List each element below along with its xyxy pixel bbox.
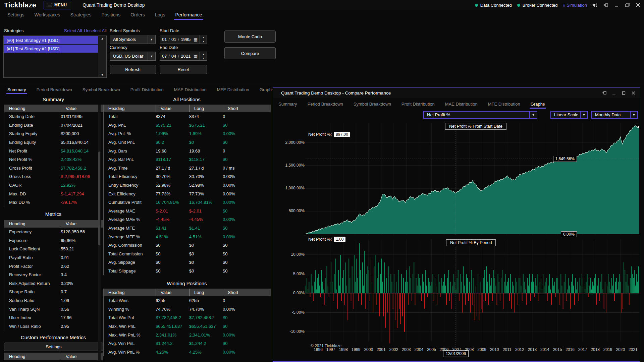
left-panel-scrollbar[interactable] xyxy=(98,105,101,361)
compare-button[interactable]: Compare xyxy=(224,47,276,59)
start-date-spinner[interactable]: ▲▼ xyxy=(200,35,207,44)
table-row: Total Wins625562550 xyxy=(104,296,271,305)
broker-connected-label: Broker Connected xyxy=(523,3,558,8)
main-tab-performance[interactable]: Performance xyxy=(175,11,202,20)
end-month[interactable]: 07 xyxy=(162,54,167,59)
compare-tab-graphs[interactable]: Graphs xyxy=(530,101,545,109)
scroll-down-icon[interactable]: ▼ xyxy=(98,72,106,77)
summary-table: HeadingValueStarting Date01/01/1995Endin… xyxy=(4,105,103,207)
end-year[interactable]: 2021 xyxy=(181,54,191,59)
compare-window-title-bar[interactable]: Quant Trading Demo Desktop - Compare Per… xyxy=(273,88,640,98)
metrics-table: HeadingValueExpectancy$128,350.56Exposur… xyxy=(4,220,103,330)
table-row: Avg. Bars19.6819.680 xyxy=(104,146,271,155)
compare-tab-mfe-distribution[interactable]: MFE Distribution xyxy=(488,101,521,109)
start-year[interactable]: 1995 xyxy=(181,37,191,42)
strategy-list-item[interactable]: [#1] Test Strategy #2 [USD] xyxy=(4,45,101,53)
status-area: Data Connected Broker Connected # Simula… xyxy=(475,3,644,8)
volume-icon[interactable] xyxy=(592,3,598,7)
spin-up-icon[interactable]: ▲ xyxy=(200,35,207,40)
series-dropdown[interactable]: Net Profit % ▼ xyxy=(423,111,537,119)
metrics-section-title: Metrics xyxy=(4,211,103,217)
table-row: Gross Profit$7,782,458.2 xyxy=(4,164,103,173)
start-month[interactable]: 01 xyxy=(162,37,167,42)
x-axis-tick-label: 1997 xyxy=(326,347,335,352)
report-tab-symbol-breakdown[interactable]: Symbol Breakdown xyxy=(82,86,120,94)
row-heading: Ending Date xyxy=(4,123,61,128)
report-tab-summary[interactable]: Summary xyxy=(7,86,26,94)
restore-button[interactable] xyxy=(625,3,630,7)
reset-button[interactable]: Reset xyxy=(160,65,207,74)
currency-dropdown[interactable]: USD, US Dollar ▼ xyxy=(110,52,156,61)
strategy-list-item[interactable]: [#0] Test Strategy #1 [USD] xyxy=(4,36,101,44)
row-value: $1,244.2 xyxy=(156,341,189,346)
column-header: Value xyxy=(61,353,103,360)
period-dropdown[interactable]: Monthly Data ▼ xyxy=(591,111,638,119)
end-day[interactable]: 04 xyxy=(171,54,176,59)
main-tab-positions[interactable]: Positions xyxy=(101,11,121,20)
report-tab-profit-distribution[interactable]: Profit Distribution xyxy=(130,86,164,94)
main-tab-orders[interactable]: Orders xyxy=(130,11,145,20)
row-value: 4.25% xyxy=(156,350,189,355)
strategies-scrollbar[interactable]: ▲ ▼ xyxy=(98,36,106,77)
row-value: 4.51% xyxy=(156,234,189,239)
row-heading: Avg. PnL xyxy=(104,123,156,128)
custom-metrics-settings-button[interactable]: Settings xyxy=(4,343,103,351)
period-returns-chart[interactable] xyxy=(306,239,639,349)
select-all-link[interactable]: Select All xyxy=(64,28,82,33)
row-value: $0 xyxy=(223,260,271,265)
row-value: 0.00% xyxy=(223,234,271,239)
spin-down-icon[interactable]: ▼ xyxy=(200,40,207,44)
strategies-listbox[interactable]: [#0] Test Strategy #1 [USD][#1] Test Str… xyxy=(3,36,107,78)
spin-up-icon[interactable]: ▲ xyxy=(200,52,207,56)
scale-dropdown[interactable]: Linear Scale ▼ xyxy=(550,111,588,119)
compare-tab-mae-distribution[interactable]: MAE Distribution xyxy=(445,101,478,109)
end-date-field[interactable]: 07/ 04/ 2021 ▦ xyxy=(160,52,200,61)
main-tab-strategies[interactable]: Strategies xyxy=(70,11,92,20)
row-value: $575.21 xyxy=(156,123,189,128)
row-value: 0 xyxy=(223,114,271,119)
report-tab-graphs[interactable]: Graphs xyxy=(259,86,274,94)
report-tab-mfe-distribution[interactable]: MFE Distribution xyxy=(217,86,250,94)
refresh-button[interactable]: Refresh xyxy=(110,65,156,74)
compare-tab-summary[interactable]: Summary xyxy=(278,101,298,109)
row-value: 0.00% xyxy=(223,174,271,179)
row-value: 27.1 / d xyxy=(189,166,223,171)
spin-down-icon[interactable]: ▼ xyxy=(200,56,207,61)
compare-tab-period-breakdown[interactable]: Period Breakdown xyxy=(307,101,343,109)
close-button[interactable] xyxy=(635,3,641,7)
equity-curve-chart[interactable] xyxy=(306,123,639,235)
report-tab-period-breakdown[interactable]: Period Breakdown xyxy=(36,86,72,94)
calendar-icon[interactable]: ▦ xyxy=(194,37,198,42)
unselect-all-link[interactable]: Unselect All xyxy=(84,28,107,33)
bottom-chart-legend: Net Profit %: 1.00 xyxy=(308,237,345,242)
close-button[interactable] xyxy=(631,90,636,95)
menu-button[interactable]: MENU xyxy=(44,1,71,9)
compare-tab-profit-distribution[interactable]: Profit Distribution xyxy=(401,101,435,109)
end-date-spinner[interactable]: ▲▼ xyxy=(200,52,207,61)
symbols-dropdown[interactable]: All Symbols ▼ xyxy=(110,35,156,44)
monte-carlo-button[interactable]: Monte Carlo xyxy=(224,31,276,43)
start-day[interactable]: 01 xyxy=(171,37,176,42)
row-heading: Average MFE % xyxy=(104,234,156,239)
table-row: Avg. PnL$575.21$575.21$0 xyxy=(104,121,271,130)
main-tab-settings[interactable]: Settings xyxy=(7,11,25,20)
compare-tab-symbol-breakdown[interactable]: Symbol Breakdown xyxy=(353,101,391,109)
start-date-field[interactable]: 01/ 01/ 1995 ▦ xyxy=(160,35,200,44)
minimize-button[interactable] xyxy=(614,3,619,7)
scroll-up-icon[interactable]: ▲ xyxy=(98,36,106,41)
maximize-button[interactable] xyxy=(621,90,626,95)
dock-icon[interactable] xyxy=(603,3,608,7)
float-icon[interactable] xyxy=(601,90,607,95)
calendar-icon[interactable]: ▦ xyxy=(194,54,198,59)
select-symbols-label: Select Symbols xyxy=(110,28,140,33)
table-row: Exposure65.96% xyxy=(4,236,103,245)
row-heading: Win / Loss Ratio xyxy=(4,324,61,329)
row-value: $0 xyxy=(189,243,223,248)
main-tab-workspaces[interactable]: Workspaces xyxy=(34,11,61,20)
main-tab-logs[interactable]: Logs xyxy=(155,11,165,20)
row-heading: Starting Equity xyxy=(4,131,61,136)
report-tab-mae-distribution[interactable]: MAE Distribution xyxy=(174,86,207,94)
row-heading: Total Efficiency xyxy=(104,174,156,179)
scrollbar-thumb[interactable] xyxy=(98,152,100,245)
minimize-button[interactable] xyxy=(611,90,616,95)
